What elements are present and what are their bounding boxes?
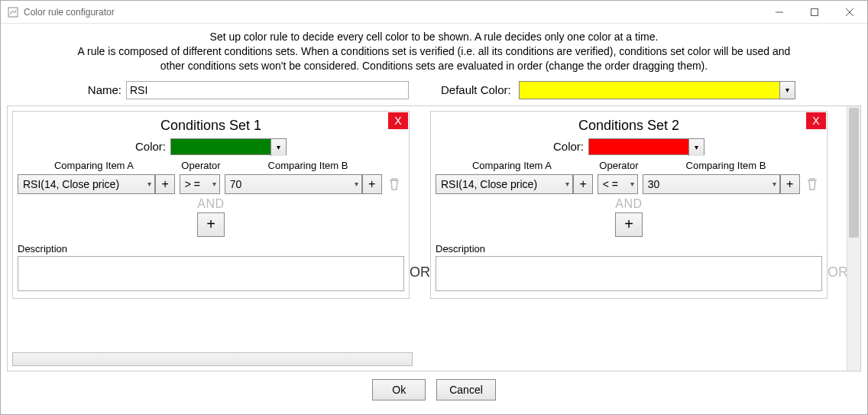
color-label: Color: [553, 140, 584, 153]
header-operator: Operator [170, 160, 232, 171]
vertical-scrollbar[interactable] [847, 106, 860, 371]
operator-select[interactable]: > =▾ [180, 174, 220, 194]
ok-button[interactable]: Ok [372, 379, 426, 400]
chevron-down-icon: ▾ [630, 180, 634, 188]
help-line: A rule is composed of different conditio… [7, 44, 861, 59]
trash-icon[interactable] [385, 174, 404, 194]
name-input[interactable] [126, 81, 409, 99]
header-item-a: Comparing Item A [436, 160, 588, 171]
name-label: Name: [22, 83, 121, 96]
or-separator: OR [828, 196, 847, 280]
default-color-swatch [520, 82, 779, 99]
conditions-set-title: Conditions Set 2 [436, 118, 822, 134]
add-condition-button[interactable]: + [615, 212, 643, 237]
delete-set-button[interactable]: X [388, 112, 408, 129]
scrollbar-thumb[interactable] [849, 108, 859, 238]
help-line: Set up color rule to decide every cell c… [7, 30, 861, 44]
chevron-down-icon: ▾ [212, 180, 216, 188]
conditions-set[interactable]: X Conditions Set 2 Color: ▾ Comparing It… [430, 111, 828, 299]
close-button[interactable] [832, 1, 867, 24]
add-item-a-button[interactable]: + [573, 174, 593, 194]
header-item-a: Comparing Item A [18, 160, 170, 171]
set-color-swatch [589, 139, 688, 154]
or-separator: OR [410, 196, 430, 280]
horizontal-scrollbar[interactable] [12, 352, 413, 366]
chevron-down-icon: ▾ [565, 180, 569, 188]
and-label: AND [436, 197, 822, 211]
cancel-button[interactable]: Cancel [436, 379, 496, 400]
set-color-swatch [171, 139, 270, 154]
description-label: Description [18, 243, 404, 255]
minimize-button[interactable] [762, 1, 797, 24]
comparing-item-a-select[interactable]: RSI(14, Close price)▾ [436, 174, 573, 194]
title-bar: Color rule configurator [1, 1, 867, 24]
chevron-down-icon[interactable]: ▾ [688, 139, 704, 156]
chevron-down-icon: ▾ [355, 180, 358, 188]
condition-headers: Comparing Item A Operator Comparing Item… [436, 160, 822, 171]
condition-row: RSI(14, Close price)▾ + > =▾ 70▾ + [18, 174, 404, 194]
help-line: other conditions sets won't be considere… [7, 59, 861, 73]
select-value: 70 [230, 178, 242, 190]
set-color-picker[interactable]: ▾ [588, 138, 704, 155]
conditions-set[interactable]: X Conditions Set 1 Color: ▾ Comparing It… [12, 111, 410, 299]
trash-icon[interactable] [803, 174, 822, 194]
select-value: RSI(14, Close price) [23, 178, 119, 190]
description-label: Description [436, 243, 822, 255]
select-value: 30 [648, 178, 660, 190]
svg-rect-0 [8, 8, 18, 17]
chevron-down-icon[interactable]: ▾ [270, 139, 286, 156]
and-label: AND [18, 197, 404, 211]
color-label: Color: [135, 140, 166, 153]
set-color-picker[interactable]: ▾ [170, 138, 287, 155]
condition-headers: Comparing Item A Operator Comparing Item… [18, 160, 404, 171]
operator-select[interactable]: < =▾ [598, 174, 638, 194]
window-title: Color rule configurator [24, 7, 115, 18]
conditions-sets-area: X Conditions Set 1 Color: ▾ Comparing It… [7, 105, 861, 371]
add-item-b-button[interactable]: + [780, 174, 800, 194]
add-item-a-button[interactable]: + [155, 174, 175, 194]
description-input[interactable] [18, 256, 404, 291]
delete-set-button[interactable]: X [806, 112, 826, 129]
header-item-b: Comparing Item B [232, 160, 384, 171]
comparing-item-b-select[interactable]: 70▾ [225, 174, 362, 194]
description-input[interactable] [436, 256, 822, 291]
app-icon [7, 6, 19, 18]
help-text: Set up color rule to decide every cell c… [7, 30, 861, 73]
maximize-button[interactable] [797, 1, 832, 24]
chevron-down-icon: ▾ [147, 180, 151, 188]
header-operator: Operator [588, 160, 649, 171]
chevron-down-icon[interactable]: ▾ [779, 82, 795, 99]
conditions-set-title: Conditions Set 1 [18, 118, 404, 134]
chevron-down-icon: ▾ [772, 180, 776, 188]
add-item-b-button[interactable]: + [362, 174, 382, 194]
comparing-item-b-select[interactable]: 30▾ [643, 174, 780, 194]
default-color-label: Default Color: [441, 83, 511, 96]
comparing-item-a-select[interactable]: RSI(14, Close price)▾ [18, 174, 155, 194]
select-value: < = [603, 178, 618, 190]
select-value: > = [185, 178, 200, 190]
header-item-b: Comparing Item B [649, 160, 802, 171]
condition-row: RSI(14, Close price)▾ + < =▾ 30▾ + [436, 174, 822, 194]
select-value: RSI(14, Close price) [441, 178, 537, 190]
default-color-picker[interactable]: ▾ [519, 81, 795, 99]
svg-rect-2 [811, 8, 818, 15]
add-condition-button[interactable]: + [197, 212, 225, 237]
